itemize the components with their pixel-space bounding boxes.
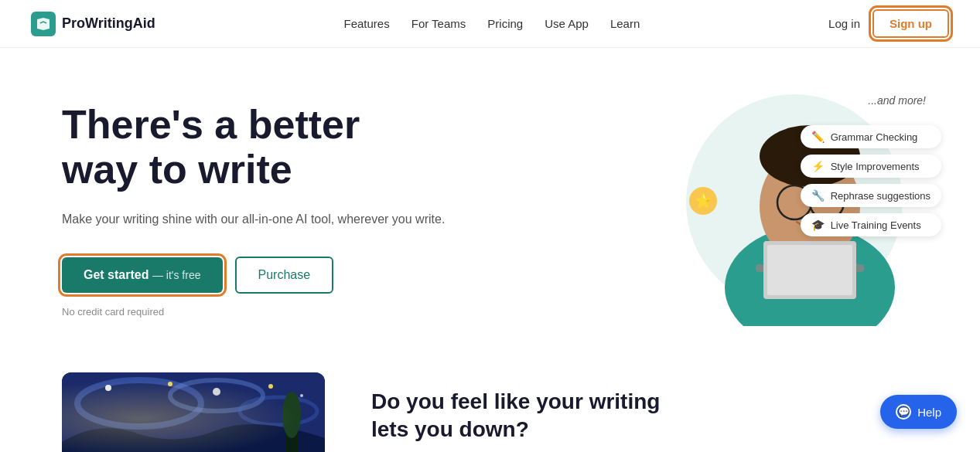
help-chat-icon: 💬 <box>896 404 911 420</box>
starry-night-image <box>62 372 325 452</box>
nav-actions: Log in Sign up <box>828 9 949 38</box>
brand-name: ProWritingAid <box>62 15 155 32</box>
signup-button[interactable]: Sign up <box>872 9 949 38</box>
help-button[interactable]: 💬 Help <box>880 395 957 429</box>
pill-training: 🎓 Live Training Events <box>801 213 941 236</box>
login-link[interactable]: Log in <box>828 17 860 30</box>
navbar: ProWritingAid Features For Teams Pricing… <box>0 0 980 48</box>
bottom-title: Do you feel like your writing lets you d… <box>371 388 696 444</box>
feature-pills: ✏️ Grammar Checking ⚡ Style Improvements… <box>801 125 941 236</box>
pill-rephrase: 🔧 Rephrase suggestions <box>801 184 941 207</box>
no-credit-text: No credit card required <box>62 306 464 318</box>
and-more-text: ...and more! <box>868 94 926 107</box>
hero-section: There's a better way to write Make your … <box>0 48 980 357</box>
get-started-button[interactable]: Get started — it's free <box>62 257 223 293</box>
logo-icon <box>31 12 56 36</box>
bottom-right: Do you feel like your writing lets you d… <box>371 372 949 444</box>
free-tag: — it's free <box>152 269 201 281</box>
purchase-button[interactable]: Purchase <box>235 257 334 294</box>
nav-links: Features For Teams Pricing Use App Learn <box>344 17 640 30</box>
svg-rect-10 <box>767 245 852 295</box>
pill-style: ⚡ Style Improvements <box>801 155 941 178</box>
hero-title: There's a better way to write <box>62 103 464 191</box>
pill-grammar: ✏️ Grammar Checking <box>801 125 941 148</box>
hero-right: ⭐ ...and more! ✏️ Grammar Checking ⚡ Sty… <box>464 79 949 342</box>
hero-left: There's a better way to write Make your … <box>62 103 464 317</box>
nav-features[interactable]: Features <box>344 17 390 30</box>
star-badge: ⭐ <box>689 187 717 215</box>
nav-pricing[interactable]: Pricing <box>487 17 523 30</box>
nav-for-teams[interactable]: For Teams <box>411 17 466 30</box>
grammar-icon: ✏️ <box>811 131 825 143</box>
nav-learn[interactable]: Learn <box>610 17 640 30</box>
starry-overlay <box>62 372 325 452</box>
nav-use-app[interactable]: Use App <box>545 17 589 30</box>
rephrase-icon: 🔧 <box>811 189 825 202</box>
training-icon: 🎓 <box>811 219 825 231</box>
style-icon: ⚡ <box>811 160 825 172</box>
hero-subtitle: Make your writing shine with our all-in-… <box>62 210 464 229</box>
bottom-section: Do you feel like your writing lets you d… <box>0 357 980 452</box>
hero-buttons: Get started — it's free Purchase <box>62 257 464 294</box>
logo-area[interactable]: ProWritingAid <box>31 12 155 36</box>
help-label: Help <box>917 406 941 419</box>
